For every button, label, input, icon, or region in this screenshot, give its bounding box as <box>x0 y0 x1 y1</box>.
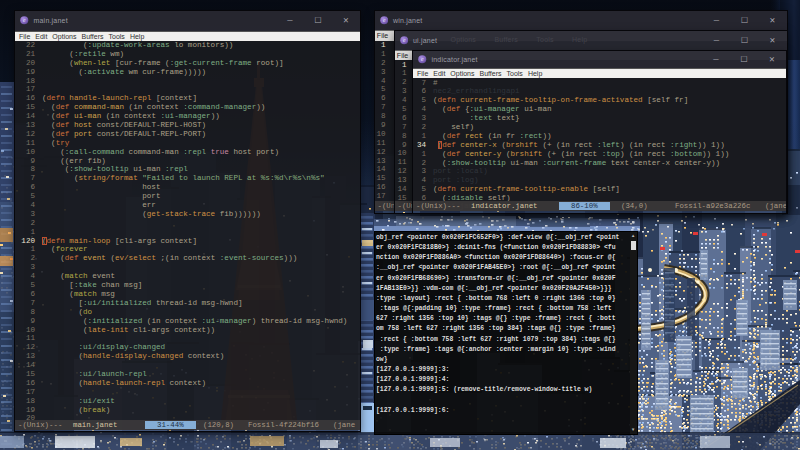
svg-text:e: e <box>402 37 405 43</box>
svg-text:e: e <box>421 56 424 62</box>
svg-text:e: e <box>382 17 385 23</box>
svg-text:e: e <box>23 17 26 23</box>
